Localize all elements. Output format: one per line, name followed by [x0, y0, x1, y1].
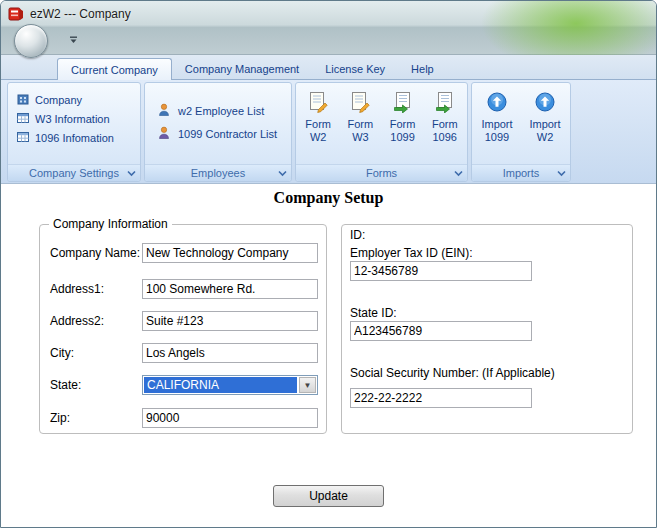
group-caption-employees: Employees — [145, 164, 291, 181]
window-chrome: ezW2 --- Company — [1, 1, 656, 55]
form-w3-button[interactable]: Form W3 — [340, 89, 380, 144]
form-1096-button[interactable]: Form 1096 — [425, 89, 465, 144]
main-content: Company Setup Company Information Compan… — [1, 185, 656, 527]
ribbon-item-1096-information[interactable]: 1096 Infomation — [8, 128, 140, 147]
tab-company-management[interactable]: Company Management — [172, 58, 312, 79]
zip-input[interactable] — [142, 408, 318, 428]
ribbon-item-label: Company — [35, 94, 82, 106]
company-icon — [16, 92, 30, 108]
form-1099-button[interactable]: Form 1099 — [383, 89, 423, 144]
field-row-address1: Address1: — [50, 279, 318, 299]
quick-access-dropdown-button[interactable] — [65, 32, 81, 47]
big-button-label-line1: Form — [390, 118, 416, 131]
ein-input[interactable] — [350, 261, 532, 281]
big-button-label-line2: W3 — [352, 131, 369, 144]
import-1099-button[interactable]: Import 1099 — [474, 89, 520, 144]
ribbon-group-imports: Import 1099 Import W2 Imports — [471, 82, 571, 182]
ribbon-item-company[interactable]: Company — [8, 90, 140, 109]
tab-current-company[interactable]: Current Company — [57, 58, 172, 80]
city-input[interactable] — [142, 343, 318, 363]
form-1099-icon — [392, 91, 414, 113]
employees-list: w2 Employee List 1099 Contractor List — [145, 83, 291, 145]
ribbon-item-w3-information[interactable]: W3 Information — [8, 109, 140, 128]
dialog-launcher-icon[interactable] — [556, 168, 567, 179]
form-w3-icon — [349, 91, 371, 113]
contractor-person-icon — [156, 125, 172, 143]
state-id-input[interactable] — [350, 321, 532, 341]
tab-label: Help — [411, 63, 434, 75]
id-groupbox: ID: Employer Tax ID (EIN): State ID: Soc… — [341, 224, 633, 434]
ssn-input[interactable] — [350, 388, 532, 408]
ribbon-tab-bar: Current Company Company Management Licen… — [1, 55, 656, 79]
zip-label: Zip: — [50, 411, 142, 425]
state-label: State: — [50, 378, 142, 392]
dialog-launcher-icon[interactable] — [277, 168, 288, 179]
employee-person-icon — [156, 102, 172, 120]
imports-buttons: Import 1099 Import W2 — [472, 83, 570, 144]
big-button-label-line2: W2 — [310, 131, 327, 144]
tab-label: License Key — [325, 63, 385, 75]
group-caption-imports: Imports — [472, 164, 570, 181]
big-button-label-line1: Form — [348, 118, 374, 131]
import-1099-icon — [486, 91, 508, 113]
state-id-label: State ID: — [350, 306, 397, 320]
form-w2-button[interactable]: Form W2 — [298, 89, 338, 144]
big-button-label-line2: W2 — [537, 131, 554, 144]
company-information-legend: Company Information — [49, 217, 172, 231]
group-caption-label: Employees — [191, 167, 245, 179]
ribbon-group-forms: Form W2 Form W3 Form 1099 Form 1096 — [295, 82, 468, 182]
field-row-city: City: — [50, 343, 318, 363]
tab-label: Current Company — [71, 64, 158, 76]
app-window: ezW2 --- Company Current Company Company… — [0, 0, 657, 528]
address1-input[interactable] — [142, 279, 318, 299]
group-caption-label: Company Settings — [29, 167, 119, 179]
big-button-label-line1: Form — [305, 118, 331, 131]
ribbon-item-label: W3 Information — [35, 113, 110, 125]
tab-license-key[interactable]: License Key — [312, 58, 398, 79]
window-title: ezW2 --- Company — [30, 7, 131, 21]
group-caption-label: Forms — [366, 167, 397, 179]
big-button-label-line1: Form — [432, 118, 458, 131]
ribbon-item-label: w2 Employee List — [178, 105, 264, 117]
company-settings-list: Company W3 Information 1096 Infomation — [8, 83, 140, 147]
ribbon-group-employees: w2 Employee List 1099 Contractor List Em… — [144, 82, 292, 182]
dialog-launcher-icon[interactable] — [453, 168, 464, 179]
big-button-label-line2: 1099 — [485, 131, 509, 144]
big-button-label-line2: 1096 — [433, 131, 457, 144]
page-title: Company Setup — [1, 189, 656, 207]
forms-buttons: Form W2 Form W3 Form 1099 Form 1096 — [296, 83, 467, 144]
big-button-label-line2: 1099 — [390, 131, 414, 144]
id-heading: ID: — [350, 228, 365, 242]
ribbon-item-w2-employee-list[interactable]: w2 Employee List — [145, 99, 291, 122]
application-menu-button[interactable] — [14, 24, 48, 58]
city-label: City: — [50, 346, 142, 360]
company-name-input[interactable] — [142, 243, 318, 263]
state-selected-value: CALIFORNIA — [144, 377, 297, 393]
address2-input[interactable] — [142, 311, 318, 331]
import-w2-icon — [534, 91, 556, 113]
ribbon-item-1099-contractor-list[interactable]: 1099 Contractor List — [145, 122, 291, 145]
dialog-launcher-icon[interactable] — [126, 168, 137, 179]
tab-label: Company Management — [185, 63, 299, 75]
company-information-groupbox: Company Information Company Name: Addres… — [39, 224, 327, 434]
group-caption-label: Imports — [503, 167, 540, 179]
field-row-zip: Zip: — [50, 408, 318, 428]
group-caption-company-settings: Company Settings — [8, 164, 140, 181]
ssn-label: Social Security Number: (If Applicable) — [350, 366, 555, 380]
ribbon-group-company-settings: Company W3 Information 1096 Infomation C… — [7, 82, 141, 182]
title-bar[interactable]: ezW2 --- Company — [1, 1, 656, 27]
field-row-company-name: Company Name: — [50, 243, 318, 263]
address2-label: Address2: — [50, 314, 142, 328]
field-row-state: State: CALIFORNIA ▼ — [50, 375, 318, 395]
ribbon-item-label: 1096 Infomation — [35, 132, 114, 144]
import-w2-button[interactable]: Import W2 — [522, 89, 568, 144]
1096-information-icon — [16, 130, 30, 146]
state-select[interactable]: CALIFORNIA ▼ — [142, 375, 318, 395]
combo-dropdown-arrow-icon[interactable]: ▼ — [299, 377, 316, 393]
field-row-address2: Address2: — [50, 311, 318, 331]
group-caption-forms: Forms — [296, 164, 467, 181]
update-button[interactable]: Update — [273, 485, 384, 507]
big-button-label-line1: Import — [481, 118, 512, 131]
tab-help[interactable]: Help — [398, 58, 447, 79]
big-button-label-line1: Import — [529, 118, 560, 131]
